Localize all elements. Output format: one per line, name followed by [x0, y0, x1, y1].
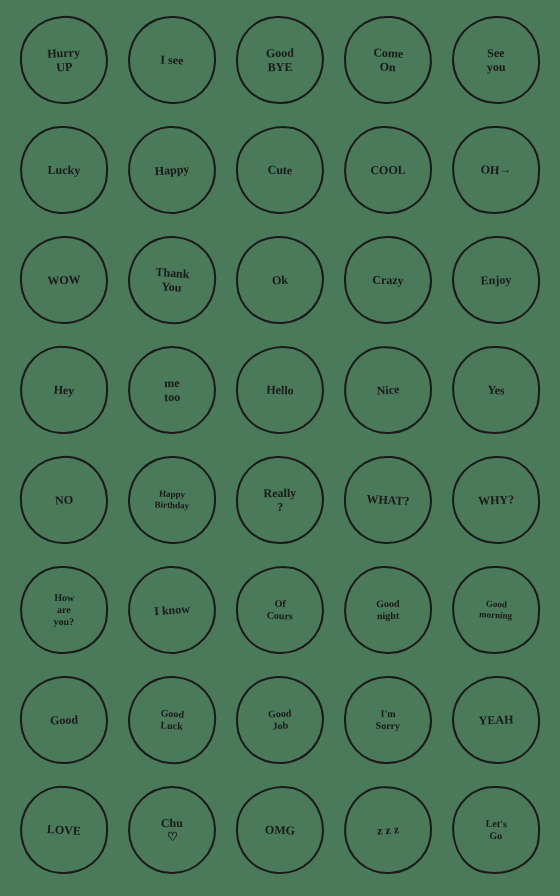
sticker-cell[interactable]: Cute: [230, 120, 330, 220]
sticker-bubble: NO: [18, 454, 110, 546]
sticker-bubble: Yes: [450, 344, 542, 436]
sticker-bubble: Good night: [343, 565, 433, 655]
sticker-cell[interactable]: Happy: [122, 120, 222, 220]
sticker-bubble: me too: [127, 345, 217, 435]
sticker-bubble: YEAH: [450, 674, 541, 765]
sticker-cell[interactable]: WHAT?: [338, 450, 438, 550]
sticker-bubble: Good Job: [234, 674, 326, 766]
sticker-bubble: Thank You: [125, 233, 219, 327]
sticker-bubble: Cute: [234, 124, 325, 215]
sticker-cell[interactable]: LOVE: [14, 780, 114, 880]
sticker-cell[interactable]: Good night: [338, 560, 438, 660]
sticker-cell[interactable]: Lucky: [14, 120, 114, 220]
sticker-cell[interactable]: Let's Go: [446, 780, 546, 880]
sticker-cell[interactable]: WOW: [14, 230, 114, 330]
sticker-bubble: Happy Birthday: [126, 454, 217, 545]
sticker-cell[interactable]: Hurry UP: [14, 10, 114, 110]
sticker-bubble: Really ?: [235, 455, 325, 545]
sticker-grid: Hurry UPI seeGood BYECome OnSee youLucky…: [4, 0, 556, 896]
sticker-cell[interactable]: Really ?: [230, 450, 330, 550]
sticker-cell[interactable]: Hey: [14, 340, 114, 440]
sticker-bubble: Nice: [341, 343, 435, 437]
sticker-cell[interactable]: I know: [122, 560, 222, 660]
sticker-cell[interactable]: Chu ♡: [122, 780, 222, 880]
sticker-cell[interactable]: Good morning: [446, 560, 546, 660]
sticker-bubble: LOVE: [18, 784, 110, 876]
sticker-bubble: I see: [126, 14, 217, 105]
sticker-cell[interactable]: Good Job: [230, 670, 330, 770]
sticker-cell[interactable]: OMG: [230, 780, 330, 880]
sticker-bubble: Come On: [342, 14, 434, 106]
sticker-cell[interactable]: How are you?: [14, 560, 114, 660]
sticker-cell[interactable]: Crazy: [338, 230, 438, 330]
sticker-bubble: z z z: [341, 783, 435, 877]
sticker-cell[interactable]: I see: [122, 10, 222, 110]
sticker-bubble: Let's Go: [450, 784, 542, 876]
sticker-cell[interactable]: NO: [14, 450, 114, 550]
sticker-cell[interactable]: Good BYE: [230, 10, 330, 110]
sticker-cell[interactable]: me too: [122, 340, 222, 440]
sticker-bubble: WOW: [18, 234, 109, 325]
sticker-cell[interactable]: Good Luck: [122, 670, 222, 770]
sticker-cell[interactable]: Of Cours: [230, 560, 330, 660]
sticker-cell[interactable]: Nice: [338, 340, 438, 440]
sticker-bubble: Chu ♡: [127, 785, 217, 875]
sticker-cell[interactable]: Enjoy: [446, 230, 546, 330]
sticker-bubble: WHY?: [450, 454, 541, 545]
sticker-bubble: Good: [18, 674, 109, 765]
sticker-bubble: Enjoy: [450, 234, 541, 325]
sticker-cell[interactable]: Happy Birthday: [122, 450, 222, 550]
sticker-cell[interactable]: WHY?: [446, 450, 546, 550]
sticker-cell[interactable]: Come On: [338, 10, 438, 110]
sticker-bubble: I'm Sorry: [343, 675, 433, 765]
sticker-cell[interactable]: Hello: [230, 340, 330, 440]
sticker-cell[interactable]: Thank You: [122, 230, 222, 330]
sticker-cell[interactable]: See you: [446, 10, 546, 110]
sticker-bubble: Good BYE: [235, 15, 325, 105]
sticker-cell[interactable]: COOL: [338, 120, 438, 220]
sticker-bubble: Lucky: [19, 125, 109, 215]
sticker-cell[interactable]: Yes: [446, 340, 546, 440]
sticker-cell[interactable]: Ok: [230, 230, 330, 330]
sticker-bubble: Ok: [234, 234, 326, 326]
sticker-cell[interactable]: I'm Sorry: [338, 670, 438, 770]
sticker-bubble: Hurry UP: [18, 14, 110, 106]
sticker-cell[interactable]: YEAH: [446, 670, 546, 770]
sticker-bubble: Hey: [18, 344, 110, 436]
sticker-cell[interactable]: Good: [14, 670, 114, 770]
sticker-bubble: See you: [450, 14, 541, 105]
sticker-cell[interactable]: OH→: [446, 120, 546, 220]
sticker-bubble: How are you?: [19, 565, 109, 655]
sticker-bubble: Crazy: [343, 235, 433, 325]
sticker-bubble: Good Luck: [125, 673, 219, 767]
sticker-bubble: Happy: [125, 123, 219, 217]
sticker-bubble: Good morning: [450, 564, 542, 656]
sticker-bubble: Hello: [234, 344, 325, 435]
sticker-cell[interactable]: z z z: [338, 780, 438, 880]
sticker-bubble: Of Cours: [234, 564, 325, 655]
sticker-bubble: COOL: [343, 125, 433, 215]
sticker-bubble: I know: [125, 563, 219, 657]
sticker-bubble: OH→: [450, 124, 542, 216]
sticker-bubble: OMG: [234, 784, 325, 875]
sticker-bubble: WHAT?: [342, 454, 434, 546]
